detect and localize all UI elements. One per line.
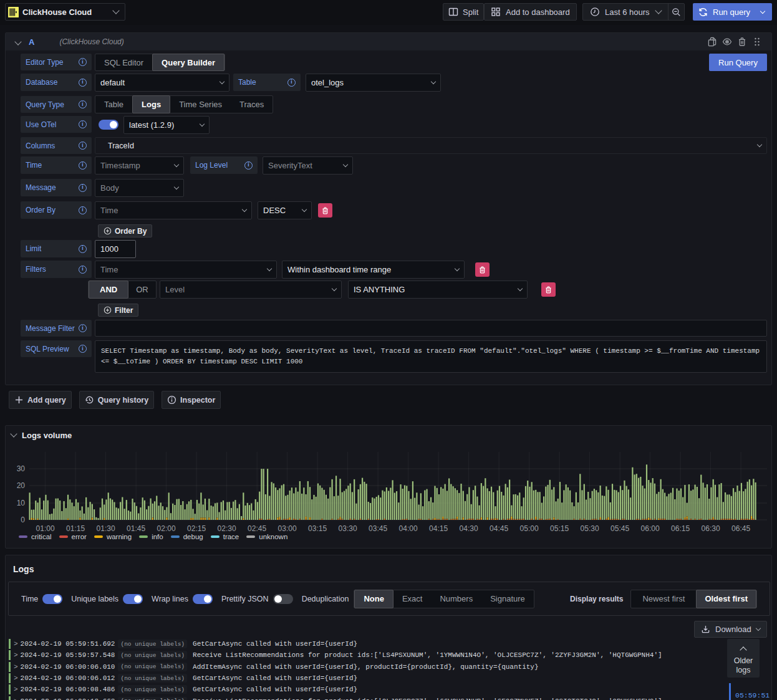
svg-text:06:00: 06:00 [641,524,660,533]
svg-text:10: 10 [17,499,26,507]
svg-text:04:00: 04:00 [399,524,418,533]
svg-text:05:00: 05:00 [520,524,539,533]
svg-text:20: 20 [17,481,26,490]
svg-text:04:30: 04:30 [460,524,478,533]
svg-text:03:30: 03:30 [339,524,357,533]
svg-text:05:30: 05:30 [581,524,599,533]
svg-text:03:15: 03:15 [308,524,327,533]
svg-text:0: 0 [21,515,25,524]
svg-text:06:45: 06:45 [731,524,750,533]
svg-text:03:45: 03:45 [369,524,387,533]
svg-text:06:30: 06:30 [702,524,720,533]
svg-text:05:15: 05:15 [550,524,569,533]
svg-text:30: 30 [17,464,26,473]
svg-text:04:45: 04:45 [490,524,508,533]
svg-text:05:45: 05:45 [610,524,629,533]
svg-text:04:15: 04:15 [429,524,448,533]
svg-text:06:15: 06:15 [671,524,690,533]
